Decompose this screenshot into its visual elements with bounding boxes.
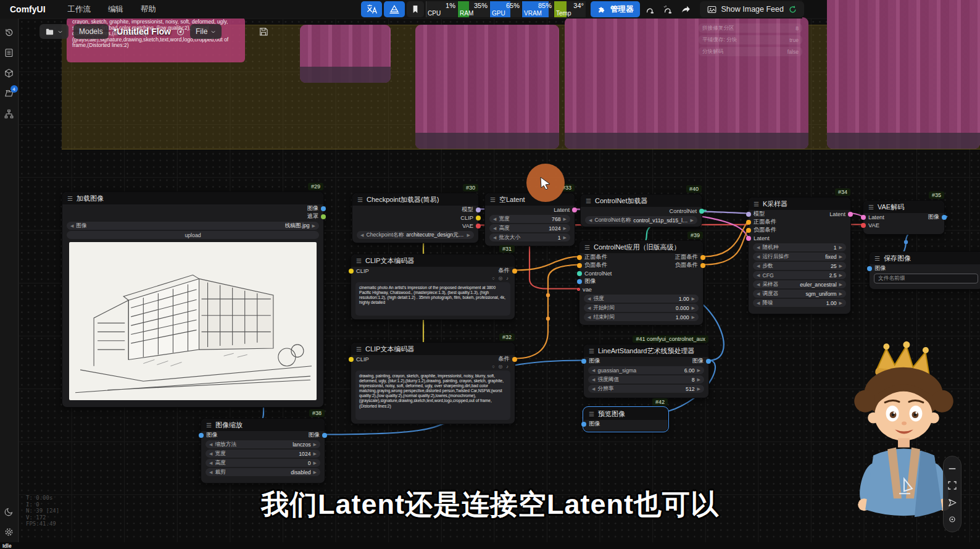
settings-button[interactable] [0,522,19,542]
sidebar-item-model-library[interactable] [0,63,19,83]
input-port-CLIP[interactable]: CLIP [356,268,369,274]
widget-control-icons[interactable]: ○◎♪ [351,363,515,369]
menu-item-0[interactable]: 工作流 [68,4,91,15]
widget-Checkpoint名称[interactable]: ◀Checkpoint名称architecutre_design元线稿-Yuan… [357,231,474,239]
decrement-arrow[interactable]: ◀ [757,282,760,287]
circle-icon[interactable]: ○ [492,364,495,369]
increment-arrow[interactable]: ▶ [839,301,842,306]
output-port-负面条件[interactable]: 负面条件 [675,261,698,269]
input-port-CLIP[interactable]: CLIP [356,356,369,363]
node-35[interactable]: #35☰VAE解码Latent图像VAE [863,200,945,235]
speaker-icon[interactable]: ♪ [506,364,509,369]
theme-toggle-button[interactable] [0,501,19,522]
decrement-arrow[interactable]: ◀ [589,218,592,223]
collapse-icon[interactable]: ☰ [584,244,590,251]
node-39[interactable]: #39☰ControlNet应用（旧版高级）正面条件正面条件负面条件负面条件Co… [579,240,704,325]
input-port-图像[interactable]: 图像 [584,277,596,285]
node-32[interactable]: #32☰CLIP文本编码器CLIP条件○◎♪drawing, painting,… [351,342,515,424]
input-port-正面条件[interactable]: 正面条件 [584,253,607,261]
decrement-arrow[interactable]: ◀ [592,377,595,382]
decrement-arrow[interactable]: ◀ [588,306,591,311]
collapse-icon[interactable]: ☰ [490,196,496,203]
text-input-文件名前缀[interactable]: 文件名前缀 [874,274,978,283]
widget-宽度[interactable]: ◀宽度768▶ [489,215,570,223]
increment-arrow[interactable]: ▶ [839,245,842,250]
decrement-arrow[interactable]: ◀ [209,470,212,475]
increment-arrow[interactable]: ▶ [839,264,842,269]
collapse-icon[interactable]: ☰ [586,198,591,204]
save-icon[interactable] [259,27,268,36]
widget-缩放方法[interactable]: ◀缩放方法lanczos▶ [206,440,320,448]
models-button[interactable]: Models [73,24,109,39]
widget-步数[interactable]: ◀步数25▶ [753,262,846,270]
node-header[interactable]: ☰ControlNet应用（旧版高级） [579,241,703,253]
input-port-Latent[interactable]: Latent [754,235,770,241]
widget-guassian_sigma[interactable]: ◀guassian_sigma6.00▶ [588,366,704,374]
increment-arrow[interactable]: ▶ [314,442,317,447]
input-port-模型[interactable]: 模型 [754,210,765,218]
increment-arrow[interactable]: ▶ [692,315,695,320]
decrement-arrow[interactable]: ◀ [493,217,496,222]
collapse-icon[interactable]: ☰ [589,348,594,354]
share-button[interactable] [678,1,694,17]
input-port-图像[interactable]: 图像 [589,357,600,365]
widget-调度器[interactable]: ◀调度器sgm_uniform▶ [753,290,846,298]
node-header[interactable]: ☰CLIP文本编码器 [351,254,515,267]
increment-arrow[interactable]: ▶ [839,273,842,278]
widget-强度阈值[interactable]: ◀强度阈值8▶ [588,375,704,383]
increment-arrow[interactable]: ▶ [839,282,842,287]
increment-arrow[interactable]: ▶ [692,306,695,311]
increment-arrow[interactable]: ▶ [839,291,842,296]
output-port-Latent[interactable]: Latent [829,211,845,217]
input-port-图像[interactable]: 图像 [589,420,600,428]
decrement-arrow[interactable]: ◀ [588,315,591,320]
sidebar-item-node-map[interactable] [0,104,19,124]
node-34[interactable]: #34☰K采样器模型Latent正面条件负面条件Latent◀随机种1▶◀运行后… [748,197,851,314]
collapse-icon[interactable]: ☰ [357,196,363,203]
widget-运行后操作[interactable]: ◀运行后操作fixed▶ [753,253,846,261]
output-port-遮罩[interactable]: 遮罩 [307,212,318,220]
decrement-arrow[interactable]: ◀ [493,226,496,231]
sidebar-item-workflows[interactable]: 4 [0,83,19,104]
fit-view-icon[interactable] [947,480,957,490]
node-41[interactable]: #41 comfyui_controlnet_aux☰LineArtStanda… [583,344,709,398]
collapse-icon[interactable]: ☰ [356,258,362,264]
node-38[interactable]: #38☰图像缩放图像图像◀缩放方法lanczos▶◀宽度1024▶◀高度0▶◀裁… [201,418,325,484]
node-header[interactable]: ☰空Latent [485,193,575,206]
input-port-图像[interactable]: 图像 [206,431,218,439]
bullseye-icon[interactable]: ◎ [499,364,503,369]
decrement-arrow[interactable]: ◀ [757,291,760,296]
collapse-icon[interactable]: ☰ [356,346,362,353]
decrement-arrow[interactable]: ◀ [757,245,760,250]
collapse-icon[interactable]: ☰ [589,411,594,417]
output-port-图像[interactable]: 图像 [692,357,704,365]
increment-arrow[interactable]: ▶ [563,235,567,240]
upload-button[interactable]: upload [67,231,319,239]
decrement-arrow[interactable]: ◀ [588,296,591,301]
graph-view-button[interactable] [384,1,405,17]
collapse-icon[interactable]: ☰ [868,204,874,211]
increment-arrow[interactable]: ▶ [563,226,567,231]
output-port-ControlNet[interactable]: ControlNet [670,208,697,214]
sidebar-item-queue[interactable] [0,43,19,63]
increment-arrow[interactable]: ▶ [697,387,700,392]
decrement-arrow[interactable]: ◀ [592,368,595,373]
output-port-图像[interactable]: 图像 [928,213,939,221]
node-header[interactable]: ☰ControlNet加载器 [581,195,702,207]
increment-arrow[interactable]: ▶ [312,224,315,228]
decrement-arrow[interactable]: ◀ [757,254,760,259]
node-header[interactable]: ☰LineArtStandard艺术线预处理器 [584,345,708,357]
prompt-textarea[interactable]: cinematic photo An artist's impression o… [355,282,510,316]
node-header[interactable]: ☰K采样器 [749,198,850,210]
output-port-条件[interactable]: 条件 [498,355,510,363]
increment-arrow[interactable]: ▶ [697,368,700,373]
collapse-icon[interactable]: ☰ [874,255,880,262]
increment-arrow[interactable]: ▶ [697,377,700,382]
node-31[interactable]: #31☰CLIP文本编码器CLIP条件○◎♪cinematic photo An… [351,254,515,320]
node-40[interactable]: #40☰ControlNet加载器ControlNet◀ControlNet名称… [580,194,702,227]
output-port-正面条件[interactable]: 正面条件 [675,253,698,261]
widget-随机种[interactable]: ◀随机种1▶ [753,243,846,251]
clean-vram-deep-button[interactable] [660,1,676,17]
decrement-arrow[interactable]: ◀ [209,451,212,456]
widget-分辨率[interactable]: ◀分辨率512▶ [588,385,704,393]
